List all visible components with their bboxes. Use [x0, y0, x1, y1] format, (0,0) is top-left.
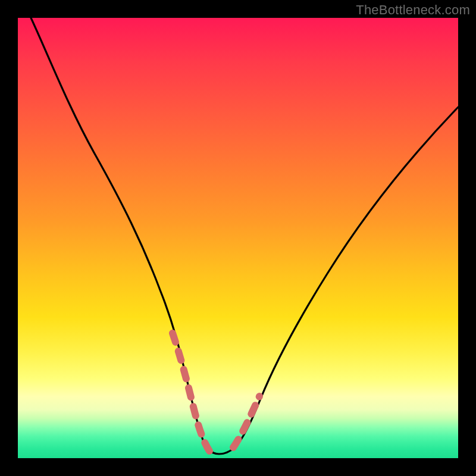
chart-frame: TheBottleneck.com — [0, 0, 476, 476]
plot-area — [18, 18, 458, 458]
bottleneck-curve — [18, 18, 458, 458]
curve-path — [31, 18, 458, 454]
watermark-text: TheBottleneck.com — [356, 2, 470, 18]
dash-overlay-left — [173, 333, 209, 451]
dash-overlay-right — [233, 396, 259, 447]
